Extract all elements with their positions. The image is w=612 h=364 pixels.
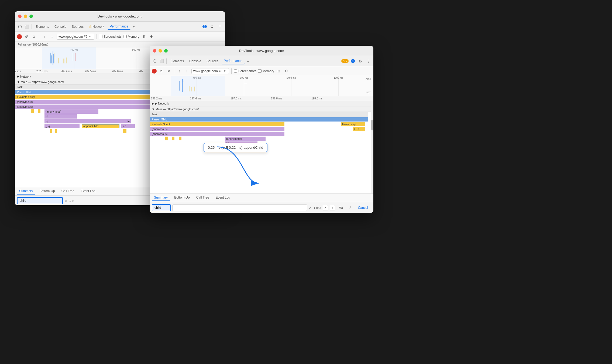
url-selector-1[interactable]: www.google.com #2 ▼ — [57, 34, 94, 40]
evaluate-script-bar-1[interactable]: Evaluate Script — [15, 95, 166, 99]
upload-btn-2[interactable]: ↑ — [176, 68, 182, 74]
event-log-tab-1[interactable]: Event Log — [79, 188, 98, 195]
ruler-mark-2: 202.4 ms — [61, 70, 72, 73]
bottom-up-tab-2[interactable]: Bottom-Up — [172, 195, 192, 201]
anon2-bar-1[interactable]: (anonymous) — [15, 105, 166, 109]
memory-checkbox-1[interactable] — [123, 35, 127, 38]
close-button-1[interactable] — [18, 15, 22, 18]
url-selector-2[interactable]: www.google.com #3 ▼ — [191, 68, 229, 74]
zj-bar-1[interactable]: zj .fe — [44, 119, 131, 123]
inspector-icon-2[interactable]: ⬡ — [152, 58, 158, 64]
screenshots-checkbox-1[interactable] — [99, 35, 102, 38]
parse-html-bar-2[interactable]: Parse HTML — [150, 117, 368, 122]
memory-check-1: Memory — [123, 35, 139, 39]
small-bar2-3 — [179, 137, 181, 140]
minimize-button-2[interactable] — [159, 49, 162, 53]
screenshots-check-2: Screenshots — [234, 69, 256, 73]
dot-btn-2[interactable]: .* — [347, 205, 353, 211]
title-bar-2: DevTools - www.google.com/ — [150, 46, 373, 56]
trash-icon-1[interactable]: 🗑 — [141, 34, 147, 40]
maximize-button-1[interactable] — [29, 15, 33, 18]
upload-btn-1[interactable]: ↑ — [42, 34, 47, 40]
ee-bar-1[interactable]: .ee — [121, 124, 135, 128]
more-tabs-btn-2[interactable]: » — [246, 58, 250, 64]
tab-elements[interactable]: Elements — [33, 24, 51, 30]
anon1-bar-1[interactable]: (anonymous) — [15, 100, 166, 104]
tab-console-2[interactable]: Console — [187, 58, 203, 64]
ct-bar-2[interactable]: C...t — [353, 127, 365, 131]
evalu-cript-bar-2[interactable]: Evalu...cript — [341, 122, 365, 126]
clear-search-icon-2[interactable]: ✕ — [309, 206, 312, 210]
anon1-bar-2[interactable]: (anonymous) — [150, 127, 284, 131]
vj-bar-1[interactable]: _.vj — [44, 124, 80, 128]
screenshots-checkbox-2[interactable] — [234, 69, 237, 73]
record-sep-2 — [174, 68, 174, 74]
settings3-icon-1[interactable]: ⚙ — [149, 34, 154, 40]
call-tree-tab-2[interactable]: Call Tree — [194, 195, 211, 201]
main-section-2[interactable]: ▼ Main — https://www.google.com/ — [150, 106, 373, 112]
device-icon-2[interactable]: ⬜ — [159, 58, 165, 64]
memory-icon-2[interactable]: ⊟ — [276, 68, 282, 74]
svg-text:1499 ms: 1499 ms — [287, 77, 296, 79]
svg-text:NET: NET — [366, 91, 371, 94]
close-button-2[interactable] — [153, 49, 156, 53]
aa-btn-2[interactable]: Aa — [337, 205, 345, 211]
reload-btn-2[interactable]: ↺ — [158, 68, 164, 74]
anon3-bar-2[interactable]: (anonymous) — [225, 137, 266, 141]
cancel-btn-2[interactable]: Cancel — [355, 205, 371, 211]
search-count-2: 1 of 2 — [314, 206, 321, 209]
record-button-1[interactable] — [17, 34, 22, 39]
time-ruler-2: 197.2 ms 197.4 ms 197.6 ms 197.8 ms 198.… — [150, 96, 373, 101]
task-bar-2[interactable]: Task — [150, 112, 368, 117]
clear-search-icon-1[interactable]: ✕ — [64, 199, 68, 203]
memory-checkbox-2[interactable] — [258, 69, 262, 73]
ruler-mark-0: 2 ms — [15, 70, 21, 73]
inspector-icon[interactable]: ⬡ — [17, 24, 23, 30]
tab-sources-2[interactable]: Sources — [204, 58, 221, 64]
tab-performance-2[interactable]: Performance — [222, 58, 245, 64]
network-section-2[interactable]: ▶ ▶ Network — [150, 101, 373, 106]
bottom-up-tab-1[interactable]: Bottom-Up — [37, 188, 57, 195]
tab-sources[interactable]: Sources — [70, 24, 86, 30]
append-child-bar-1[interactable]: appendChild — [82, 124, 119, 128]
svg-text:CPU: CPU — [366, 78, 371, 81]
more-icon-2[interactable]: ⋮ — [365, 58, 371, 64]
timeline-overview-2[interactable]: CPU NET 499 ms 999 ms 1499 ms 1999 ms — [150, 76, 373, 96]
search-input-1[interactable] — [17, 197, 63, 204]
search-next-btn-2[interactable]: ∨ — [330, 205, 335, 210]
search-prev-btn-2[interactable]: ∧ — [323, 205, 328, 210]
record-button-2[interactable] — [152, 69, 157, 74]
tab-bar-1: ⬡ ⬜ Elements Console Sources ⚠ Network P… — [15, 22, 225, 32]
badge-2: 1 — [351, 59, 355, 63]
download-btn-1[interactable]: ↓ — [49, 34, 55, 40]
tab-performance[interactable]: Performance — [108, 23, 130, 30]
maximize-button-2[interactable] — [164, 49, 168, 53]
anon3-bar-1[interactable]: (anonymous) — [44, 109, 98, 114]
tab-console[interactable]: Console — [52, 24, 68, 30]
call-tree-tab-1[interactable]: Call Tree — [59, 188, 77, 195]
device-icon[interactable]: ⬜ — [24, 24, 30, 30]
settings-icon-1[interactable]: ⚙ — [209, 24, 215, 30]
more-icon-1[interactable]: ⋮ — [217, 24, 223, 30]
hj-bar-1[interactable]: Hj — [44, 114, 77, 119]
tab-separator — [32, 24, 32, 29]
svg-text:1999 ms: 1999 ms — [334, 77, 343, 79]
anon2-bar-2[interactable]: (anonymous) — [150, 132, 284, 136]
event-log-tab-2[interactable]: Event Log — [214, 195, 232, 201]
download-btn-2[interactable]: ↓ — [184, 68, 190, 74]
more-tabs-btn-1[interactable]: » — [132, 24, 136, 29]
clear-btn-2[interactable]: ⊘ — [166, 68, 172, 74]
window-title-2: DevTools - www.google.com/ — [239, 49, 284, 53]
search-input-main-2[interactable] — [172, 204, 307, 211]
evaluate-script-bar-2[interactable]: Evaluate Script — [150, 122, 284, 126]
settings-icon-2[interactable]: ⚙ — [357, 58, 363, 64]
summary-tab-2[interactable]: Summary — [152, 195, 170, 201]
tab-network[interactable]: ⚠ Network — [87, 24, 106, 30]
search-input-2[interactable] — [152, 204, 171, 211]
reload-btn-1[interactable]: ↺ — [23, 34, 29, 40]
settings3-icon-2[interactable]: ⚙ — [283, 68, 289, 74]
tab-elements-2[interactable]: Elements — [168, 58, 186, 64]
clear-btn-1[interactable]: ⊘ — [31, 34, 37, 40]
minimize-button-1[interactable] — [24, 15, 27, 18]
summary-tab-1[interactable]: Summary — [17, 188, 35, 195]
